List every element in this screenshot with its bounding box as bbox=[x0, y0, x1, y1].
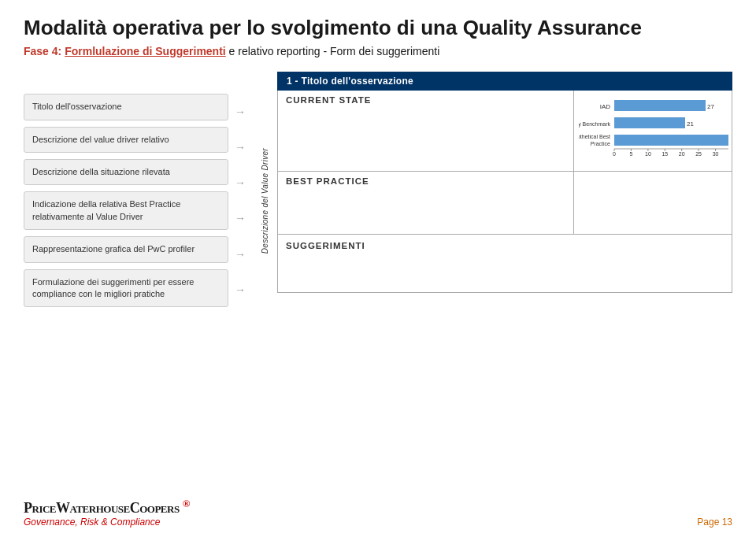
axis-20: 20 bbox=[679, 151, 685, 157]
current-state-chart: IAD 27 Industry Benchmark 21 Hypothetica… bbox=[574, 91, 732, 171]
current-state-row: CURRENT STATE IAD 27 Industry Benchmark bbox=[277, 91, 732, 172]
subtitle-phase: Fase 4: bbox=[24, 45, 61, 57]
bar-chart-svg: IAD 27 Industry Benchmark 21 Hypothetica… bbox=[579, 94, 728, 165]
right-panel: 1 - Titolo dell'osservazione CURRENT STA… bbox=[277, 72, 732, 307]
suggestions-content bbox=[286, 250, 724, 286]
subtitle-link[interactable]: Formlulazione di Suggerimenti bbox=[65, 45, 226, 57]
axis-0: 0 bbox=[613, 151, 616, 157]
logo-text: PriceWaterhouseCoopers bbox=[24, 500, 180, 516]
arrow-4: → bbox=[235, 212, 246, 224]
best-practice-row: BEST PRACTICE bbox=[277, 172, 732, 235]
axis-10: 10 bbox=[645, 151, 651, 157]
info-box-profiler: Rappresentazione grafica del PwC profile… bbox=[24, 236, 228, 262]
bar-label-industry: Industry Benchmark bbox=[579, 121, 610, 128]
info-box-suggestions: Formulazione dei suggerimenti per essere… bbox=[24, 269, 228, 308]
axis-15: 15 bbox=[662, 151, 668, 157]
best-practice-content bbox=[286, 186, 565, 229]
rotated-label: Descrizione del Value Driver bbox=[261, 148, 269, 254]
content-area: Titolo dell'osservazione Descrizione del… bbox=[24, 72, 732, 307]
arrow-2: → bbox=[235, 141, 246, 154]
arrow-1: → bbox=[235, 106, 246, 118]
arrow-3: → bbox=[235, 176, 246, 189]
bar-label-iad: IAD bbox=[600, 103, 611, 110]
arrows-column: → → → → → → bbox=[228, 72, 252, 307]
bar-industry bbox=[614, 117, 685, 128]
current-state-label: CURRENT STATE bbox=[286, 95, 565, 105]
bar-value-iad: 27 bbox=[707, 103, 714, 110]
bar-value-industry: 21 bbox=[687, 120, 694, 128]
best-practice-label: BEST PRACTICE bbox=[286, 176, 565, 186]
arrow-5: → bbox=[235, 248, 246, 261]
logo-tagline: Governance, Risk & Compliance bbox=[24, 517, 190, 528]
suggestions-label: SUGGERIMENTI bbox=[286, 241, 724, 250]
page-container: Modalità operativa per lo svolgimento di… bbox=[0, 0, 756, 537]
best-practice-left: BEST PRACTICE bbox=[278, 172, 574, 234]
bar-label-hyp1: Hypothetical Best bbox=[579, 134, 610, 140]
axis-30: 30 bbox=[713, 151, 719, 157]
info-box-title: Titolo dell'osservazione bbox=[24, 94, 228, 120]
info-box-best-practice: Indicazione della relativa Best Practice… bbox=[24, 191, 228, 230]
page-number: Page 13 bbox=[697, 517, 732, 528]
logo-registered: ® bbox=[183, 498, 190, 509]
axis-5: 5 bbox=[629, 151, 632, 157]
subtitle: Fase 4: Formlulazione di Suggerimenti e … bbox=[24, 45, 732, 57]
best-practice-right bbox=[574, 172, 732, 234]
left-column: Titolo dell'osservazione Descrizione del… bbox=[24, 72, 228, 307]
current-state-left: CURRENT STATE bbox=[278, 91, 574, 171]
panel-top-bar: 1 - Titolo dell'osservazione bbox=[277, 72, 732, 91]
subtitle-rest: e relativo reporting - Form dei suggerim… bbox=[229, 45, 440, 57]
main-title: Modalità operativa per lo svolgimento di… bbox=[24, 16, 732, 40]
bar-hypothetical bbox=[614, 135, 728, 146]
pwc-logo: PriceWaterhouseCoopers ® Governance, Ris… bbox=[24, 498, 190, 528]
footer: PriceWaterhouseCoopers ® Governance, Ris… bbox=[0, 498, 756, 528]
logo-main: PriceWaterhouseCoopers ® bbox=[24, 498, 190, 517]
suggestions-row: SUGGERIMENTI bbox=[277, 235, 732, 293]
bar-label-hyp2: Practice bbox=[591, 141, 610, 146]
bar-iad bbox=[614, 100, 706, 111]
info-box-situation: Descrizione della situazione rilevata bbox=[24, 159, 228, 185]
arrow-6: → bbox=[235, 283, 246, 296]
current-state-content bbox=[286, 105, 565, 148]
axis-25: 25 bbox=[695, 151, 702, 157]
rotated-label-column: Descrizione del Value Driver bbox=[252, 72, 277, 307]
info-box-value-driver: Descrizione del value driver relativo bbox=[24, 127, 228, 153]
